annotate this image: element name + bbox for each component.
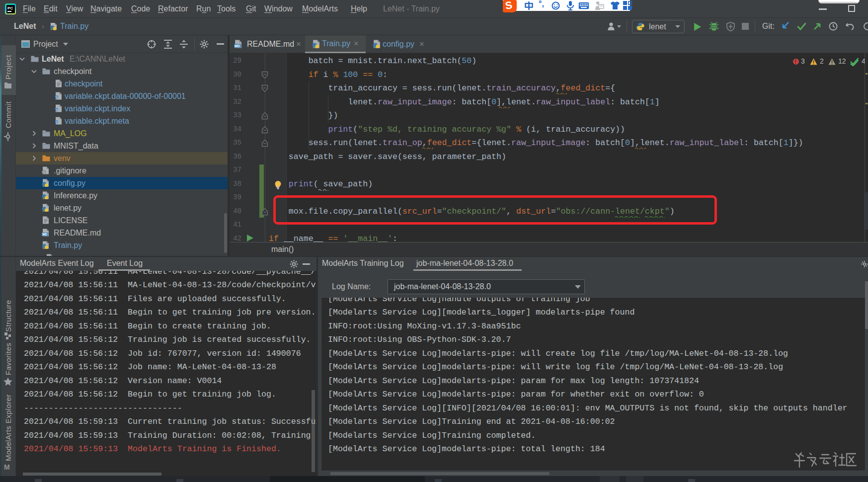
svg-text:MD: MD — [42, 233, 47, 236]
svg-text:?: ? — [55, 119, 58, 125]
svg-text:?: ? — [55, 107, 58, 112]
svg-text:?: ? — [55, 94, 58, 100]
svg-text:MD: MD — [235, 44, 240, 48]
